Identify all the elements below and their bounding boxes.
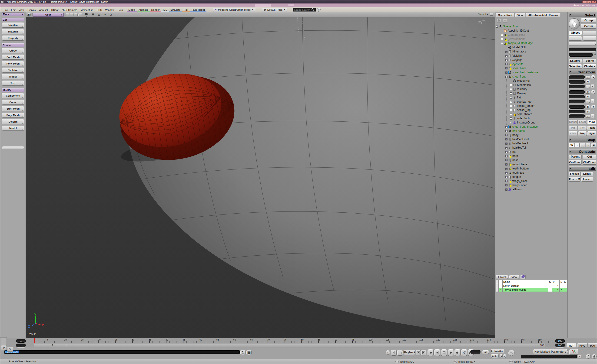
explorer-tree-row[interactable]: +Kinematics xyxy=(496,49,566,54)
construction-mode-dropdown[interactable]: ⚑ Modeling Construction Mode ▼ xyxy=(213,8,255,12)
memo-cam-slot[interactable] xyxy=(66,14,69,16)
expand-toggle[interactable]: + xyxy=(505,71,508,74)
expand-toggle[interactable]: − xyxy=(496,26,498,28)
tool-t-button[interactable]: t xyxy=(591,105,595,109)
immed-button[interactable]: Immed xyxy=(581,177,593,182)
axis-y-toggle[interactable]: y xyxy=(586,110,590,113)
toolbar-button-curve[interactable]: Curve xyxy=(2,99,24,105)
explorer-tree-row[interactable]: +Visibility xyxy=(496,87,566,91)
expand-toggle[interactable]: + xyxy=(510,113,512,115)
layer-drag-cell[interactable] xyxy=(496,288,499,292)
explorer-tree-row[interactable]: +hairGeoNeck xyxy=(496,141,566,145)
expand-toggle[interactable]: + xyxy=(510,101,512,103)
expand-toggle[interactable]: + xyxy=(510,97,512,99)
module-menu-ice[interactable]: ICE xyxy=(161,8,169,12)
selection-button[interactable]: Selection xyxy=(569,64,582,69)
group-select-button[interactable]: Group xyxy=(581,18,596,23)
toolbar-button-deform[interactable]: Deform xyxy=(2,119,24,124)
explorer-tree-row[interactable]: +shoe_front_Instance xyxy=(496,125,566,129)
maximize-button[interactable]: ▢ xyxy=(587,0,592,3)
edit-section-header[interactable]: Edit xyxy=(569,167,596,171)
layer-toggle-c[interactable] xyxy=(548,284,552,288)
center-select-button[interactable]: Center xyxy=(581,24,596,29)
value-stack-icon[interactable]: ≡ xyxy=(591,114,594,118)
expand-toggle[interactable]: + xyxy=(510,84,512,86)
scene-button[interactable]: Scene xyxy=(583,59,596,63)
expand-toggle[interactable]: + xyxy=(510,105,512,107)
explorer-tree-row[interactable]: PModel Null xyxy=(496,45,566,49)
menu-display[interactable]: Display xyxy=(26,8,37,12)
module-menu-model[interactable]: Model xyxy=(127,8,137,12)
explorer-tree-row[interactable]: +flat xyxy=(496,95,566,99)
expand-toggle[interactable]: + xyxy=(505,180,508,182)
expand-toggle[interactable]: + xyxy=(505,159,508,161)
explorer-tree-row[interactable]: +Hwings_open xyxy=(496,183,566,187)
lock-icon[interactable] xyxy=(496,19,501,23)
layers-view-button[interactable]: View xyxy=(509,275,519,279)
animation-menu-button[interactable]: Animation xyxy=(491,349,504,354)
chldcomp-button[interactable]: ChldComp xyxy=(583,160,596,165)
explorer-tree-row[interactable]: −Scene_Root xyxy=(496,24,566,29)
expand-toggle[interactable]: + xyxy=(505,184,508,186)
viewport-b-button[interactable]: B xyxy=(27,13,31,16)
playhead[interactable] xyxy=(34,338,35,343)
module-menu-animate[interactable]: Animate xyxy=(137,8,149,12)
expand-toggle[interactable]: + xyxy=(505,67,508,69)
pass-dropdown[interactable]: Default_Pass ▼ xyxy=(262,8,287,12)
explorer-tree-row[interactable]: +Hround_base xyxy=(496,162,566,167)
layer-toggle-r[interactable]: ✓ xyxy=(556,288,559,292)
camera-icon-menu[interactable]: ▼ xyxy=(85,13,88,17)
empty-filter-button[interactable] xyxy=(583,36,596,41)
toolbar-mode-dropdown[interactable]: Model▼ xyxy=(2,13,24,16)
minimize-button[interactable]: – xyxy=(582,0,587,3)
transform-s-y-field[interactable] xyxy=(569,80,585,83)
mode-sym[interactable]: Sym xyxy=(588,131,596,136)
close-button[interactable]: ✕ xyxy=(592,0,597,3)
explorer-tree-row[interactable]: +HeyeStuff xyxy=(496,62,566,66)
freeze-m-button[interactable]: Freeze M xyxy=(569,177,581,182)
expand-toggle[interactable]: + xyxy=(505,172,508,174)
snap-on-button[interactable]: ON xyxy=(569,143,574,147)
toolbar-button-model[interactable]: Model xyxy=(2,126,24,131)
expand-toggle[interactable]: + xyxy=(510,117,512,120)
explorer-tree-row[interactable]: +Visibility xyxy=(496,54,566,58)
explore-button[interactable]: Explore xyxy=(569,59,582,63)
expand-toggle[interactable]: + xyxy=(510,92,512,94)
expand-toggle[interactable]: + xyxy=(505,151,508,153)
parent-button[interactable]: Parent xyxy=(569,155,582,159)
explorer-tree-row[interactable]: +Hteeth_bottom xyxy=(496,167,566,171)
select-section-header[interactable]: Select xyxy=(569,13,596,17)
menu-momentum[interactable]: Momentum xyxy=(79,8,95,12)
selection-text-field[interactable] xyxy=(569,53,593,57)
constrain-section-header[interactable]: Constrain xyxy=(569,149,596,153)
tool-r-button[interactable]: r xyxy=(591,90,595,94)
explorer-tree-row[interactable]: PModel Null xyxy=(496,79,566,83)
axis-x-toggle[interactable]: x xyxy=(586,91,590,94)
key-marked-parameters-button[interactable]: Key Marked Parameters xyxy=(533,349,568,354)
toolbar-button-component[interactable]: Component xyxy=(2,93,24,98)
playbar-utility-button[interactable]: ▣ xyxy=(246,350,251,355)
freeze-button[interactable]: Freeze xyxy=(569,172,581,176)
expand-toggle[interactable]: − xyxy=(501,42,503,44)
expand-toggle[interactable]: + xyxy=(505,134,508,136)
explorer-tree-row[interactable]: +sole_flach xyxy=(496,116,566,121)
expand-toggle[interactable]: − xyxy=(505,76,508,78)
ref-par[interactable]: Par xyxy=(569,126,577,130)
snap-region-icon[interactable]: ○ xyxy=(586,143,591,147)
tab-kpl[interactable]: KP/L xyxy=(577,343,588,348)
explorer-tree-row[interactable]: +body xyxy=(496,133,566,137)
container-button[interactable]: C xyxy=(586,354,591,359)
display-mode-dropdown[interactable]: Shaded ▼ xyxy=(478,13,488,15)
viewport-canvas-3d[interactable]: Y X Z xyxy=(26,17,495,338)
layer-row[interactable]: Layer_Default✓ xyxy=(496,284,567,288)
expand-toggle[interactable]: + xyxy=(505,63,508,65)
explorer-tree-row[interactable]: +tongue xyxy=(496,175,566,179)
mode-prop[interactable]: Prop xyxy=(578,131,587,136)
layer-toggle-g[interactable] xyxy=(563,288,567,292)
snap-point-icon[interactable]: • xyxy=(575,143,580,147)
explorer-tree-row[interactable]: +Hsole_absatz xyxy=(496,112,566,116)
set-key-button[interactable] xyxy=(508,350,514,356)
value-stack-icon[interactable]: ≡ xyxy=(591,84,594,88)
explorer-view-button[interactable]: View xyxy=(515,13,525,17)
lock-icon-button[interactable] xyxy=(592,354,597,359)
